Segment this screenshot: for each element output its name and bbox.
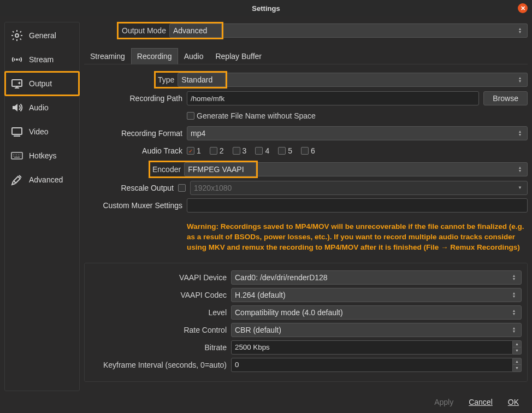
rate-control-select[interactable]: CBR (default) ▲▼ xyxy=(231,323,522,337)
bitrate-input[interactable] xyxy=(231,340,513,355)
sidebar-label: Stream xyxy=(29,55,54,64)
sidebar-item-stream[interactable]: Stream xyxy=(5,48,79,72)
chevron-up-icon: ▲ xyxy=(513,358,521,365)
track-5-checkbox[interactable] xyxy=(278,147,286,155)
sidebar-item-general[interactable]: General xyxy=(5,23,79,48)
gear-icon xyxy=(9,29,25,42)
type-select-ext[interactable]: ▲▼ xyxy=(227,73,528,87)
vaapi-codec-label: VAAPI Codec xyxy=(90,291,231,299)
chevron-updown-icon: ▲▼ xyxy=(516,76,524,83)
keyframe-spinner[interactable]: ▲▼ xyxy=(513,358,522,372)
chevron-updown-icon: ▲▼ xyxy=(516,166,524,173)
chevron-up-icon: ▲ xyxy=(513,341,521,348)
sidebar-label: Hotkeys xyxy=(29,151,57,160)
recording-path-label: Recording Path xyxy=(84,94,187,103)
track-2-checkbox[interactable] xyxy=(210,147,217,155)
vaapi-device-select[interactable]: Card0: /dev/dri/renderD128 ▲▼ xyxy=(231,270,522,285)
svg-rect-4 xyxy=(11,152,22,159)
chevron-down-icon: ▼ xyxy=(516,186,524,190)
window-close-button[interactable]: ✕ xyxy=(518,3,528,13)
svg-point-0 xyxy=(15,34,19,37)
tab-replay-buffer[interactable]: Replay Buffer xyxy=(209,48,268,64)
chevron-down-icon: ▼ xyxy=(513,365,521,371)
svg-rect-3 xyxy=(12,128,22,134)
sidebar-item-audio[interactable]: Audio xyxy=(5,96,79,120)
sidebar-label: Video xyxy=(29,127,49,136)
sidebar-item-hotkeys[interactable]: Hotkeys xyxy=(5,144,79,168)
chevron-updown-icon: ▲▼ xyxy=(510,309,518,316)
output-mode-label: Output Mode xyxy=(117,22,169,39)
sidebar-label: Advanced xyxy=(29,175,63,184)
chevron-updown-icon: ▲▼ xyxy=(510,274,518,281)
chevron-updown-icon: ▲▼ xyxy=(510,327,518,333)
cancel-button[interactable]: Cancel xyxy=(463,396,498,409)
generate-filename-label: Generate File Name without Space xyxy=(197,111,316,120)
rescale-label: Rescale Output xyxy=(84,184,178,192)
level-select[interactable]: Compatibility mode (4.0 default) ▲▼ xyxy=(231,305,522,320)
type-label: Type xyxy=(156,75,178,84)
content-area: Output Mode Advanced ▲▼ Streaming Record… xyxy=(84,22,528,391)
window-title: Settings xyxy=(252,4,280,13)
stream-icon xyxy=(9,53,25,66)
recording-format-label: Recording Format xyxy=(84,129,187,138)
display-icon xyxy=(9,125,25,138)
output-tabs: Streaming Recording Audio Replay Buffer xyxy=(84,48,528,64)
recording-path-input[interactable] xyxy=(187,91,479,105)
track-3-checkbox[interactable] xyxy=(233,147,240,155)
chevron-updown-icon: ▲▼ xyxy=(516,27,524,34)
keyframe-label: Keyframe Interval (seconds, 0=auto) xyxy=(90,361,231,369)
rate-control-label: Rate Control xyxy=(90,326,231,334)
browse-button[interactable]: Browse xyxy=(483,91,528,105)
title-bar: Settings ✕ xyxy=(0,0,532,16)
encoder-select-ext[interactable]: ▲▼ xyxy=(258,162,528,176)
type-select[interactable]: Standard xyxy=(178,73,226,87)
encoder-settings-panel: VAAPI Device Card0: /dev/dri/renderD128 … xyxy=(84,263,528,382)
sidebar-item-video[interactable]: Video xyxy=(5,120,79,144)
recording-format-select[interactable]: mp4 ▲▼ xyxy=(187,126,528,140)
muxer-label: Custom Muxer Settings xyxy=(84,201,187,210)
track-4-checkbox[interactable] xyxy=(255,147,263,155)
output-mode-select-ext[interactable]: ▲▼ xyxy=(223,23,528,38)
mp4-warning: Warning: Recordings saved to MP4/MOV wil… xyxy=(84,222,528,253)
sidebar-label: Audio xyxy=(29,103,49,112)
sidebar-label: Output xyxy=(29,79,52,88)
encoder-select[interactable]: FFMPEG VAAPI xyxy=(184,162,256,176)
audio-track-label: Audio Track xyxy=(84,146,187,155)
speaker-icon xyxy=(9,101,25,114)
encoder-label: Encoder xyxy=(150,165,184,174)
muxer-input[interactable] xyxy=(187,198,528,213)
rescale-checkbox[interactable] xyxy=(178,184,186,192)
track-1-checkbox[interactable]: ✓ xyxy=(187,147,194,155)
level-label: Level xyxy=(90,308,231,317)
tab-audio[interactable]: Audio xyxy=(178,48,210,64)
generate-filename-checkbox[interactable] xyxy=(187,112,194,120)
rescale-select[interactable]: 1920x1080 ▼ xyxy=(190,181,528,195)
sidebar-item-advanced[interactable]: Advanced xyxy=(5,168,79,192)
close-icon: ✕ xyxy=(521,5,525,12)
svg-point-1 xyxy=(16,59,18,61)
settings-sidebar: General Stream Output Audio Video xyxy=(4,22,80,391)
ok-button[interactable]: OK xyxy=(503,396,524,409)
bitrate-spinner[interactable]: ▲▼ xyxy=(513,340,522,355)
sidebar-label: General xyxy=(29,31,56,40)
monitor-icon xyxy=(9,77,25,90)
tab-streaming[interactable]: Streaming xyxy=(84,48,131,64)
chevron-down-icon: ▼ xyxy=(513,347,521,354)
keyframe-input[interactable] xyxy=(231,358,513,372)
chevron-updown-icon: ▲▼ xyxy=(516,130,524,137)
keyboard-icon xyxy=(9,149,25,162)
apply-button: Apply xyxy=(429,396,459,409)
chevron-updown-icon: ▲▼ xyxy=(510,292,518,298)
output-mode-select[interactable]: Advanced xyxy=(169,23,222,38)
bitrate-label: Bitrate xyxy=(90,343,231,352)
sidebar-item-output[interactable]: Output xyxy=(5,72,79,96)
dialog-button-bar: Apply Cancel OK xyxy=(0,391,532,413)
vaapi-codec-select[interactable]: H.264 (default) ▲▼ xyxy=(231,288,522,302)
tab-recording[interactable]: Recording xyxy=(131,48,178,64)
svg-rect-2 xyxy=(12,80,22,86)
vaapi-device-label: VAAPI Device xyxy=(90,273,231,282)
tools-icon xyxy=(9,173,25,186)
track-6-checkbox[interactable] xyxy=(301,147,309,155)
